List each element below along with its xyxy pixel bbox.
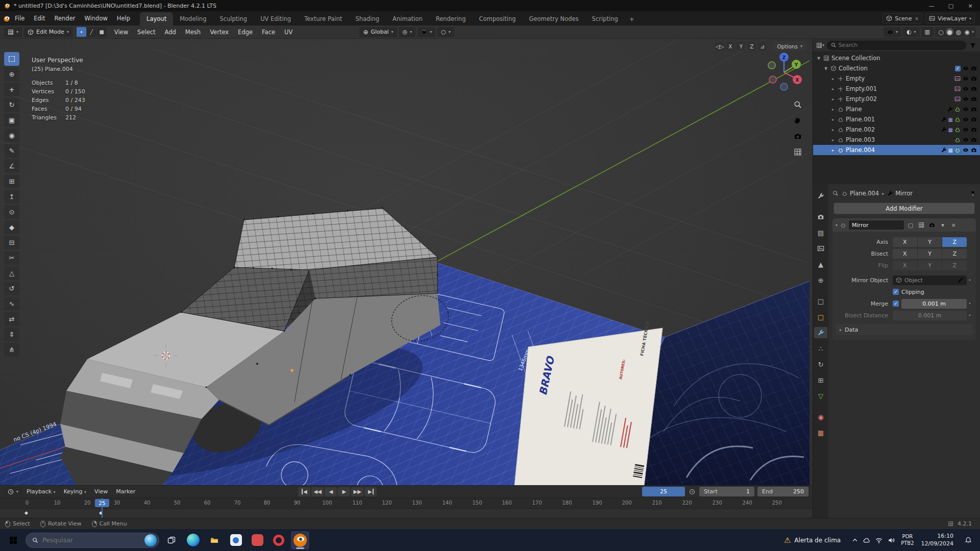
taskbar-clock[interactable]: 16:10 12/09/2024 [917,533,958,547]
zoom-icon[interactable] [792,99,803,110]
taskbar-search-input[interactable] [42,536,140,544]
editor-type-button[interactable]: ▾ [4,27,22,37]
play-reverse-button[interactable]: ◀ [325,487,337,496]
remove-modifier-icon[interactable]: × [949,221,958,229]
render-visibility-icon[interactable] [971,65,977,71]
maximize-button[interactable]: ▢ [941,0,961,11]
tab-particles[interactable]: ∴ [814,343,827,354]
tab-object[interactable]: □ [814,311,827,322]
tab-material[interactable]: ◉ [814,411,827,422]
outliner-editor-type-button[interactable]: ▾ [816,41,824,49]
tool-edge-slide[interactable]: ⇄ [4,312,19,326]
tool-poly-build[interactable]: △ [4,266,19,280]
auto-keying-icon[interactable] [688,488,696,496]
hide-eye-icon[interactable] [963,96,969,102]
tab-render[interactable] [814,211,827,222]
tool-measure[interactable]: ∠ [4,159,19,173]
hide-eye-icon[interactable] [963,116,969,122]
rendered-shading-icon[interactable]: ◉ [963,28,971,36]
hide-eye-icon[interactable] [963,76,969,82]
tool-rip-region[interactable]: ⋔ [4,343,19,357]
close-button[interactable]: × [961,0,980,11]
material-shading-icon[interactable]: ◍ [954,28,962,36]
next-keyframe-button[interactable]: ▶▶ [351,487,363,496]
overlays-dropdown[interactable]: ◐▾ [903,27,920,37]
tab-modifiers[interactable] [814,327,827,338]
disclosure-icon[interactable]: ▸ [830,107,836,112]
shading-chevron-icon[interactable]: ▾ [972,30,974,34]
pan-hand-icon[interactable] [792,115,803,126]
play-button[interactable]: ▶ [338,487,350,496]
tool-cursor[interactable]: ⊕ [4,67,19,81]
search-icon[interactable] [832,190,839,196]
proportional-edit-dropdown[interactable]: ○▾ [437,27,454,37]
menu-window[interactable]: Window [80,13,112,24]
disclosure-icon[interactable]: ▼ [823,66,828,71]
disclosure-icon[interactable]: ▸ [830,138,836,142]
mirror-axis-z-button[interactable]: Z [942,237,967,247]
outliner-row-scene-collection[interactable]: ▼ Scene Collection [813,53,980,63]
face-select-toggle[interactable]: ■ [97,27,107,37]
blender-logo-icon[interactable] [3,15,10,22]
hide-eye-icon[interactable] [963,65,969,71]
collection-checkbox[interactable]: ✓ [955,66,961,71]
tool-box-select[interactable] [4,52,19,66]
menu-help[interactable]: Help [112,13,135,24]
menu-playback[interactable]: Playback ▾ [23,487,59,496]
tab-scene[interactable]: ▲ [814,259,827,270]
tab-uv-editing[interactable]: UV Editing [254,12,298,26]
flip-x-button[interactable]: X [893,261,918,270]
axis-y-constraint[interactable]: Y [737,42,745,51]
render-visibility-icon[interactable] [971,127,977,133]
menu-keying[interactable]: Keying ▾ [60,487,90,496]
outliner-row-empty-002[interactable]: ▸ Empty.002 [813,94,980,104]
app-button-2[interactable] [248,531,266,549]
mirror-object-field[interactable]: Object [893,276,967,285]
menu-vertex[interactable]: Vertex [206,27,232,37]
tool-spin[interactable]: ↺ [4,282,19,295]
disclosure-icon[interactable]: ▸ [830,117,836,122]
menu-select[interactable]: Select [134,27,159,37]
tool-transform[interactable]: ◉ [4,129,19,142]
tool-knife[interactable]: ✂ [4,251,19,265]
menu-tl-view[interactable]: View [91,487,111,496]
disclosure-icon[interactable]: ▼ [816,56,821,61]
tab-object-data[interactable]: ▽ [814,390,827,402]
realtime-display-toggle[interactable] [917,221,925,229]
breadcrumb-modifier[interactable]: Mirror [887,190,913,197]
viewlayer-selector[interactable]: ViewLayer ▾ [925,13,975,23]
tool-rotate[interactable]: ↻ [4,98,19,112]
render-visibility-icon[interactable] [971,116,977,122]
pivot-point-dropdown[interactable]: ◎▾ [399,27,416,37]
tool-loop-cut[interactable]: ⊟ [4,236,19,249]
edge-select-toggle[interactable]: ╱ [87,27,96,37]
current-frame-field[interactable]: 25 [642,487,685,496]
menu-marker[interactable]: Marker [112,487,139,496]
jump-to-start-button[interactable]: ◀ [298,487,310,496]
bisect-y-button[interactable]: Y [918,249,943,259]
outliner-search-input[interactable] [838,42,962,48]
tab-scripting[interactable]: Scripting [585,12,625,26]
hide-eye-icon[interactable] [963,106,969,112]
outliner-row-plane[interactable]: ▸ Plane [813,104,980,114]
menu-render[interactable]: Render [50,13,80,24]
notifications-button[interactable] [961,531,976,549]
mirror-axis-y-button[interactable]: Y [918,237,943,247]
add-modifier-button[interactable]: Add Modifier [834,203,975,214]
hidden-icons-chevron[interactable] [852,537,858,543]
3d-viewport[interactable]: 2361 1357mm 1346mm 1546mm no CS (4p) 199… [0,39,813,485]
tab-compositing[interactable]: Compositing [472,12,522,26]
scene-selector[interactable]: Scene × [883,13,922,23]
menu-file[interactable]: File [10,13,29,24]
mirror-axis-x-button[interactable]: X [893,237,918,247]
outliner-row-collection[interactable]: ▼ Collection ✓ [813,63,980,73]
tab-rendering[interactable]: Rendering [429,12,473,26]
language-indicator[interactable]: POR PTB2 [901,534,914,546]
prev-keyframe-button[interactable]: ◀◀ [311,487,324,496]
selected-vertex[interactable] [290,369,293,371]
modifier-name-field[interactable]: Mirror [849,220,904,230]
outliner-row-plane-002[interactable]: ▸ Plane.002 ▦ [813,124,980,135]
menu-edge[interactable]: Edge [234,27,256,37]
menu-view[interactable]: View [111,27,132,37]
breadcrumb-object[interactable]: Plane.004 [842,190,879,197]
